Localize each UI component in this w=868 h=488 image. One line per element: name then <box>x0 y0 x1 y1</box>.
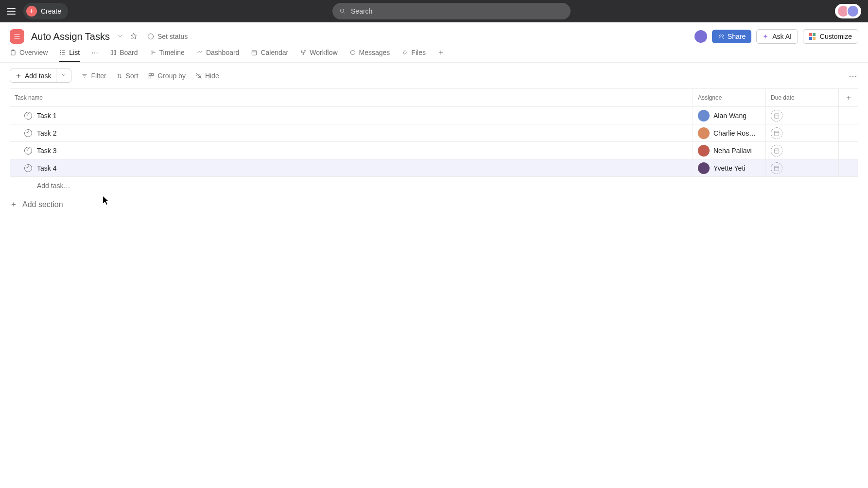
avatar-icon <box>698 145 710 157</box>
ask-ai-label: Ask AI <box>772 33 792 40</box>
svg-point-6 <box>719 35 721 37</box>
table-row[interactable]: Task 4Yvette Yeti <box>10 159 858 177</box>
search-input[interactable]: Search <box>332 3 571 19</box>
share-label: Share <box>728 33 746 40</box>
tab-calendar[interactable]: Calendar <box>251 49 288 62</box>
due-date-cell[interactable] <box>766 159 839 176</box>
svg-point-12 <box>61 52 61 52</box>
list-icon <box>59 49 66 56</box>
complete-checkbox[interactable] <box>24 147 32 155</box>
plus-icon: + <box>26 6 37 17</box>
assignee-name: Neha Pallavi <box>713 147 752 155</box>
col-assignee[interactable]: Assignee <box>693 89 766 106</box>
assignee-cell[interactable]: Alan Wang <box>693 107 766 124</box>
hide-icon <box>195 72 202 79</box>
table-row[interactable]: Task 1Alan Wang <box>10 107 858 124</box>
avatar-icon <box>698 127 710 139</box>
svg-rect-36 <box>149 76 151 78</box>
add-task-dropdown[interactable] <box>56 69 71 82</box>
ask-ai-button[interactable]: ✦ Ask AI <box>756 29 798 44</box>
star-icon[interactable] <box>130 33 137 41</box>
share-button[interactable]: Share <box>712 30 751 43</box>
user-avatars-pill[interactable] <box>835 4 861 18</box>
plus-icon: ＋ <box>10 199 17 209</box>
group-by-button[interactable]: Group by <box>148 72 186 80</box>
member-avatar[interactable] <box>694 30 707 43</box>
add-task-inline[interactable]: Add task… <box>10 177 858 194</box>
tab-label: Workflow <box>310 49 337 56</box>
project-icon[interactable] <box>10 29 24 44</box>
complete-checkbox[interactable] <box>24 164 32 172</box>
assignee-cell[interactable]: Charlie Ros… <box>693 124 766 141</box>
calendar-icon[interactable] <box>771 162 782 174</box>
task-table: Task name Assignee Due date Task 1Alan W… <box>0 88 868 194</box>
calendar-icon[interactable] <box>771 127 782 139</box>
header-buttons: Share ✦ Ask AI Customize <box>694 29 858 44</box>
tab-dashboard[interactable]: Dashboard <box>196 49 240 62</box>
due-date-cell[interactable] <box>766 107 839 124</box>
col-due-date[interactable]: Due date <box>766 89 839 106</box>
status-circle-icon <box>148 34 154 39</box>
avatar-icon <box>698 162 710 174</box>
more-options-button[interactable]: ⋯ <box>849 70 858 81</box>
workflow-icon <box>300 49 307 56</box>
tab-overview[interactable]: Overview <box>10 49 48 62</box>
tab-options-icon[interactable]: ⋯ <box>91 49 98 62</box>
add-tab-button[interactable] <box>437 49 444 62</box>
search-placeholder: Search <box>351 7 372 15</box>
set-status-button[interactable]: Set status <box>144 31 191 42</box>
group-by-label: Group by <box>157 72 186 80</box>
sort-button[interactable]: Sort <box>116 72 139 80</box>
svg-rect-41 <box>774 131 779 135</box>
due-date-cell[interactable] <box>766 142 839 159</box>
plus-icon <box>15 72 22 79</box>
due-date-cell[interactable] <box>766 124 839 141</box>
svg-point-24 <box>305 50 306 51</box>
tab-board[interactable]: Board <box>110 49 138 62</box>
assignee-cell[interactable]: Yvette Yeti <box>693 159 766 176</box>
create-button[interactable]: + Create <box>23 3 68 19</box>
add-task-button[interactable]: Add task <box>10 69 56 82</box>
task-name-cell[interactable]: Task 2 <box>10 124 693 141</box>
tab-timeline[interactable]: Timeline <box>150 49 185 62</box>
plus-icon <box>845 94 852 101</box>
tab-messages[interactable]: Messages <box>349 49 390 62</box>
table-row[interactable]: Task 3Neha Pallavi <box>10 142 858 159</box>
plus-icon <box>437 49 444 56</box>
task-name-cell[interactable]: Task 4 <box>10 159 693 176</box>
add-column-button[interactable] <box>839 89 858 106</box>
svg-point-0 <box>340 9 344 12</box>
svg-point-25 <box>303 53 304 54</box>
tab-list[interactable]: List <box>59 49 80 62</box>
filter-button[interactable]: Filter <box>81 72 106 80</box>
menu-toggle-icon[interactable] <box>7 6 17 16</box>
add-section-button[interactable]: ＋ Add section <box>0 194 868 214</box>
topbar-right <box>835 4 861 18</box>
customize-button[interactable]: Customize <box>803 29 858 44</box>
tab-files[interactable]: Files <box>401 49 426 62</box>
hide-button[interactable]: Hide <box>195 72 219 80</box>
assignee-cell[interactable]: Neha Pallavi <box>693 142 766 159</box>
task-name-cell[interactable]: Task 3 <box>10 142 693 159</box>
chevron-down-icon <box>60 71 67 78</box>
svg-point-23 <box>301 50 302 51</box>
svg-marker-5 <box>131 33 137 39</box>
table-row[interactable]: Task 2Charlie Ros… <box>10 124 858 142</box>
col-task-name[interactable]: Task name <box>10 89 693 106</box>
chevron-down-icon[interactable] <box>117 33 123 41</box>
task-name-cell[interactable]: Task 1 <box>10 107 693 124</box>
filter-label: Filter <box>91 72 106 80</box>
tabs-row: Overview List ⋯ Board Timeline Dashboard… <box>0 44 868 63</box>
timeline-icon <box>150 49 156 56</box>
group-icon <box>148 72 155 79</box>
svg-rect-39 <box>774 113 779 118</box>
tab-label: Board <box>120 49 138 56</box>
calendar-icon[interactable] <box>771 145 782 157</box>
complete-checkbox[interactable] <box>24 112 32 120</box>
calendar-icon[interactable] <box>771 110 782 122</box>
toolbar-row: Add task Filter Sort Group by Hide ⋯ <box>0 63 868 88</box>
project-title[interactable]: Auto Assign Tasks <box>31 31 110 42</box>
complete-checkbox[interactable] <box>24 129 32 137</box>
tab-workflow[interactable]: Workflow <box>300 49 337 62</box>
extra-cell <box>839 124 858 141</box>
